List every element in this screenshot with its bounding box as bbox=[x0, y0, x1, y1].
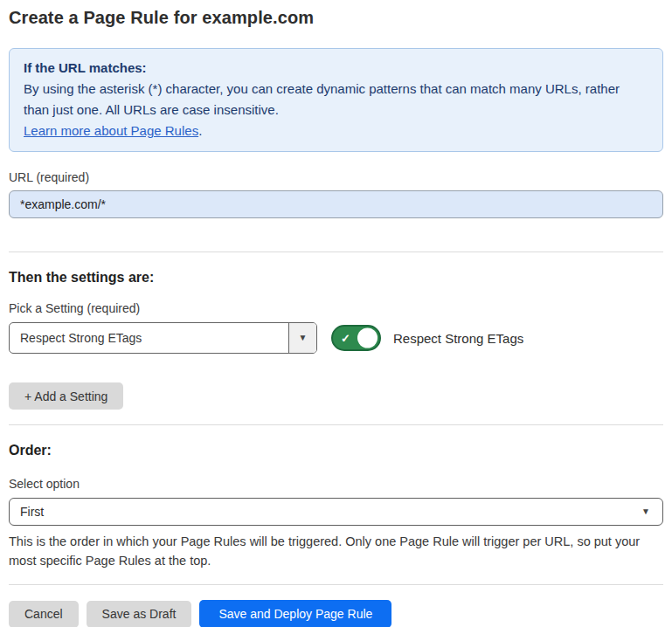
order-select-label: Select option bbox=[9, 477, 663, 491]
url-input[interactable] bbox=[9, 190, 663, 218]
check-icon: ✓ bbox=[341, 333, 350, 344]
chevron-down-icon: ▼ bbox=[641, 507, 650, 516]
setting-picker-label: Pick a Setting (required) bbox=[9, 301, 663, 315]
footer-divider bbox=[9, 584, 663, 585]
info-box-heading: If the URL matches: bbox=[24, 58, 648, 79]
section-divider bbox=[9, 424, 663, 425]
order-section-heading: Order: bbox=[9, 443, 663, 458]
save-and-deploy-button[interactable]: Save and Deploy Page Rule bbox=[199, 600, 391, 627]
add-setting-button[interactable]: + Add a Setting bbox=[9, 382, 123, 410]
url-match-info-box: If the URL matches: By using the asteris… bbox=[9, 48, 663, 152]
setting-toggle-label: Respect Strong ETags bbox=[393, 331, 523, 346]
info-box-body: By using the asterisk (*) character, you… bbox=[24, 79, 648, 141]
order-help-text: This is the order in which your Page Rul… bbox=[9, 532, 663, 570]
setting-select-value: Respect Strong ETags bbox=[10, 323, 288, 353]
chevron-down-icon: ▼ bbox=[299, 334, 308, 342]
create-page-rule-panel: Create a Page Rule for example.com If th… bbox=[0, 0, 672, 627]
settings-section-heading: Then the settings are: bbox=[9, 270, 663, 286]
section-divider bbox=[9, 251, 663, 252]
cancel-button[interactable]: Cancel bbox=[9, 601, 79, 627]
setting-toggle[interactable]: ✓ bbox=[331, 325, 381, 351]
toggle-knob bbox=[357, 328, 378, 348]
page-title: Create a Page Rule for example.com bbox=[9, 8, 663, 28]
info-box-text: By using the asterisk (*) character, you… bbox=[24, 81, 620, 117]
url-field-label: URL (required) bbox=[9, 170, 663, 184]
setting-select[interactable]: Respect Strong ETags ▼ bbox=[9, 322, 317, 354]
order-select[interactable]: First ▼ bbox=[9, 498, 663, 526]
order-select-value: First bbox=[10, 505, 641, 519]
info-link-suffix: . bbox=[198, 123, 202, 138]
setting-select-arrow-button[interactable]: ▼ bbox=[288, 323, 316, 353]
order-select-chevron-area: ▼ bbox=[641, 507, 662, 516]
setting-row: Respect Strong ETags ▼ ✓ Respect Strong … bbox=[9, 322, 663, 354]
learn-more-link[interactable]: Learn more about Page Rules bbox=[24, 123, 198, 138]
footer-actions: Cancel Save as Draft Save and Deploy Pag… bbox=[9, 600, 663, 627]
save-as-draft-button[interactable]: Save as Draft bbox=[87, 601, 192, 627]
